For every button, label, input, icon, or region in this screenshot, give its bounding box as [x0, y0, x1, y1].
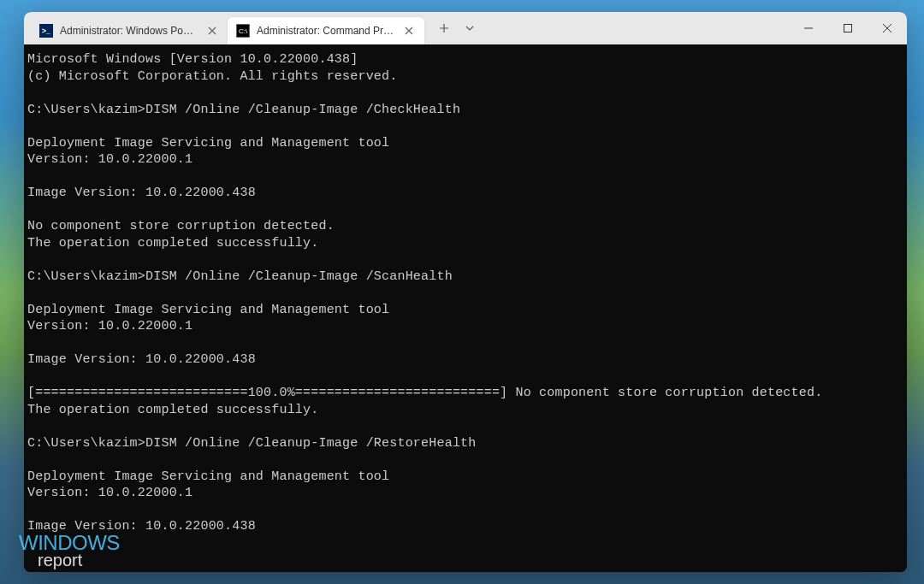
window-controls: [789, 12, 907, 44]
tab-title: Administrator: Command Promp: [257, 25, 395, 37]
close-icon[interactable]: [402, 24, 416, 38]
close-button[interactable]: [868, 12, 907, 44]
powershell-icon: >_: [39, 24, 53, 38]
close-icon[interactable]: [205, 24, 219, 38]
new-tab-button[interactable]: [431, 15, 457, 41]
tab-command-prompt[interactable]: C:\ Administrator: Command Promp: [228, 17, 424, 44]
cmd-icon: C:\: [236, 24, 250, 38]
maximize-button[interactable]: [828, 12, 868, 44]
tab-strip: >_ Administrator: Windows PowerS C:\ Adm…: [24, 12, 483, 44]
terminal-output[interactable]: Microsoft Windows [Version 10.0.22000.43…: [24, 44, 907, 572]
titlebar: >_ Administrator: Windows PowerS C:\ Adm…: [24, 12, 907, 44]
tab-title: Administrator: Windows PowerS: [60, 25, 198, 37]
tab-powershell[interactable]: >_ Administrator: Windows PowerS: [31, 17, 228, 44]
svg-rect-0: [844, 25, 852, 32]
tab-dropdown-button[interactable]: [457, 15, 483, 41]
minimize-button[interactable]: [789, 12, 828, 44]
tab-actions: [431, 12, 483, 44]
terminal-window: >_ Administrator: Windows PowerS C:\ Adm…: [24, 12, 907, 572]
